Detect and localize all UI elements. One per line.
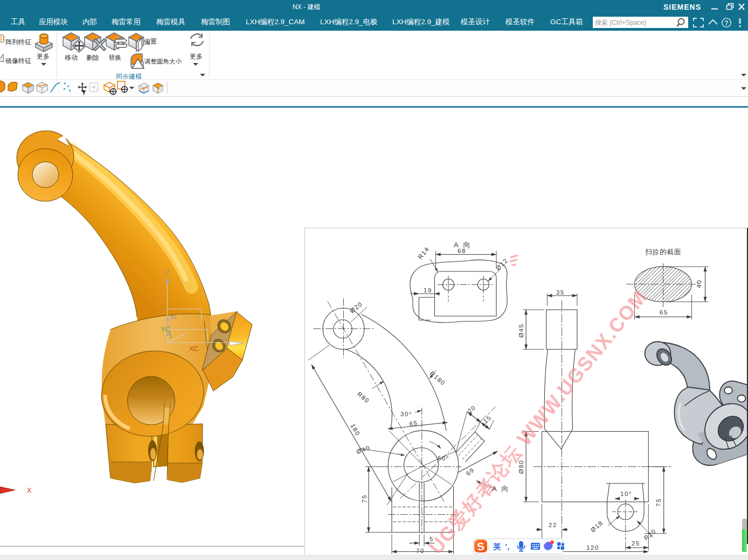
- svg-text:15: 15: [482, 414, 493, 424]
- svg-text:扫掠的截面: 扫掠的截面: [645, 248, 682, 256]
- svg-text:22: 22: [549, 522, 557, 528]
- svg-text:50°: 50°: [438, 455, 449, 461]
- svg-text:75: 75: [655, 498, 662, 507]
- svg-text:10°: 10°: [620, 491, 632, 497]
- svg-text:Ø80: Ø80: [518, 460, 524, 474]
- svg-text:?: ?: [724, 19, 728, 27]
- svg-text:68: 68: [458, 248, 466, 254]
- svg-text:40: 40: [696, 279, 702, 288]
- svg-text:35: 35: [556, 289, 565, 296]
- svg-text:UG爱好者论坛 WWW.UGSNX.COM: UG爱好者论坛 WWW.UGSNX.COM: [425, 286, 652, 555]
- svg-text:30°: 30°: [400, 411, 412, 417]
- svg-text:Ø18: Ø18: [590, 519, 605, 533]
- svg-text:19: 19: [424, 287, 432, 293]
- svg-text:英: 英: [493, 542, 501, 551]
- svg-text:Ø12: Ø12: [495, 257, 509, 271]
- svg-text:70: 70: [416, 548, 425, 554]
- svg-text:’,: ’,: [505, 542, 509, 551]
- svg-text:20: 20: [467, 404, 477, 414]
- svg-text:ZC: ZC: [170, 314, 177, 320]
- svg-text:R80: R80: [356, 390, 371, 404]
- svg-text:A 向: A 向: [492, 485, 510, 493]
- svg-text:R20: R20: [643, 528, 657, 542]
- svg-text:65: 65: [660, 309, 668, 316]
- svg-text:5: 5: [430, 536, 434, 542]
- svg-text:180: 180: [349, 423, 361, 437]
- svg-text:Ø45: Ø45: [518, 324, 524, 338]
- svg-text:XC: XC: [189, 345, 198, 353]
- svg-text:120: 120: [586, 544, 599, 551]
- svg-text:25: 25: [632, 540, 640, 547]
- svg-text:R14: R14: [417, 246, 430, 260]
- svg-text:X: X: [27, 487, 32, 494]
- svg-text:75: 75: [361, 494, 368, 503]
- svg-text:Z: Z: [165, 268, 169, 276]
- svg-text:65: 65: [409, 419, 418, 427]
- svg-text:YC: YC: [161, 326, 170, 333]
